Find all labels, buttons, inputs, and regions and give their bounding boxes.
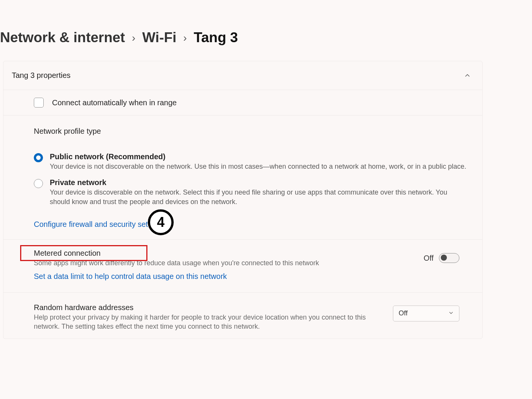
toggle-knob	[441, 255, 447, 261]
profile-type-heading: Network profile type	[3, 116, 482, 139]
metered-toggle-wrap: Off	[424, 253, 459, 263]
breadcrumb: Network & internet › Wi-Fi › Tang 3	[0, 0, 483, 57]
profile-public-label: Public network (Recommended)	[50, 152, 466, 161]
chevron-right-icon: ›	[183, 32, 187, 44]
profile-private-option[interactable]: Private network Your device is discovera…	[34, 173, 467, 208]
auto-connect-checkbox[interactable]	[34, 98, 44, 108]
firewall-link-row: Configure firewall and security settings…	[3, 212, 482, 239]
random-hw-select[interactable]: Off	[393, 306, 459, 321]
chevron-up-icon	[464, 72, 471, 79]
radio-private[interactable]	[34, 179, 43, 188]
random-hw-desc: Help protect your privacy by making it h…	[34, 312, 376, 331]
profile-public-option[interactable]: Public network (Recommended) Your device…	[34, 147, 467, 173]
auto-connect-row[interactable]: Connect automatically when in range	[3, 90, 482, 116]
profile-type-radio-group: Public network (Recommended) Your device…	[3, 139, 482, 212]
configure-firewall-link[interactable]: Configure firewall and security settings	[34, 220, 164, 229]
metered-desc: Some apps might work differently to redu…	[34, 258, 319, 268]
profile-private-desc: Your device is discoverable on the netwo…	[50, 187, 467, 207]
radio-public[interactable]	[34, 153, 43, 162]
properties-header[interactable]: Tang 3 properties	[3, 61, 482, 90]
properties-panel: Tang 3 properties Connect automatically …	[3, 61, 483, 339]
metered-connection-row: Metered connection Some apps might work …	[3, 239, 482, 270]
breadcrumb-wifi[interactable]: Wi-Fi	[142, 30, 176, 46]
profile-private-label: Private network	[50, 178, 467, 187]
metered-title: Metered connection	[34, 249, 319, 258]
profile-public-desc: Your device is not discoverable on the n…	[50, 161, 466, 171]
random-hw-title: Random hardware addresses	[34, 303, 376, 312]
random-hw-row: Random hardware addresses Help protect y…	[3, 292, 482, 339]
data-limit-link-row: Set a data limit to help control data us…	[3, 270, 482, 292]
random-hw-select-value: Off	[399, 309, 408, 317]
chevron-right-icon: ›	[132, 32, 135, 44]
metered-toggle-state: Off	[424, 254, 434, 263]
set-data-limit-link[interactable]: Set a data limit to help control data us…	[34, 272, 227, 281]
chevron-down-icon	[448, 309, 454, 317]
breadcrumb-network-internet[interactable]: Network & internet	[0, 30, 125, 46]
auto-connect-label: Connect automatically when in range	[52, 98, 177, 107]
properties-title: Tang 3 properties	[12, 71, 71, 80]
metered-toggle[interactable]	[439, 253, 459, 263]
breadcrumb-current: Tang 3	[194, 30, 238, 46]
